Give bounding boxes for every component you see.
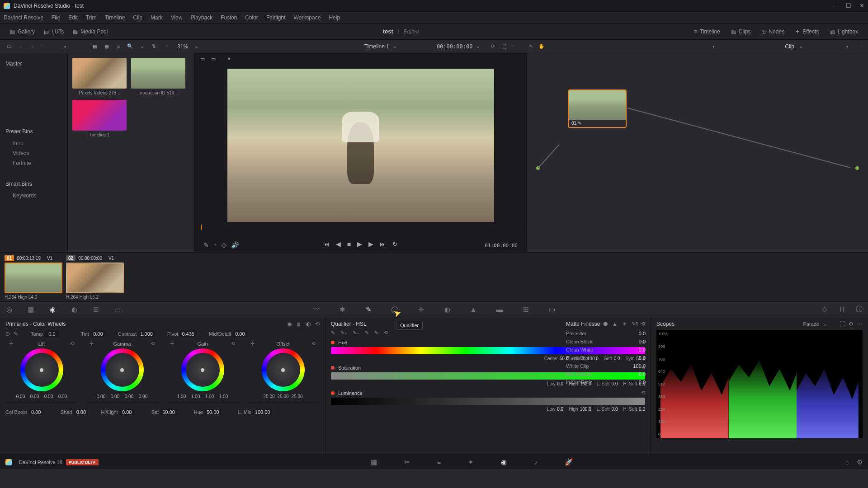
rgb-mixer-icon[interactable]: ⊞ <box>91 305 100 314</box>
node[interactable]: 01 ✎ <box>568 89 627 128</box>
wheel-reset[interactable]: ⟲ <box>151 341 155 347</box>
dot-icon[interactable]: • <box>61 43 69 50</box>
menu-davinci[interactable]: DaVinci Resolve <box>4 14 43 21</box>
lum-toggle[interactable] <box>331 391 335 395</box>
stop-button[interactable]: ■ <box>347 240 351 248</box>
tracker-icon[interactable]: ✛ <box>416 305 425 314</box>
hue-toggle[interactable] <box>331 341 335 344</box>
info-icon[interactable]: ⓘ <box>854 305 863 314</box>
picker-sub-tool[interactable]: ✎₋ <box>353 330 359 336</box>
wheel-master-slider[interactable] <box>5 402 78 404</box>
color-wheel[interactable] <box>181 348 224 391</box>
curves-icon[interactable]: 〰 <box>311 305 321 313</box>
matte-param[interactable]: Clean White0.0 <box>566 347 646 352</box>
expand-icon[interactable]: ⛶ <box>500 43 507 50</box>
shad-value[interactable]: 0.00 <box>74 409 88 415</box>
scopes-toggle-icon[interactable]: ⫼ <box>837 305 846 314</box>
menu-clip[interactable]: Clip <box>133 14 142 21</box>
sizing-icon[interactable]: ⊞ <box>521 305 530 314</box>
wheel-picker-icon[interactable]: ✛ <box>170 341 174 347</box>
viewer-timecode[interactable]: 00:00:00:00 <box>437 43 472 50</box>
param-value[interactable]: 0.0 <box>557 407 563 412</box>
clips-button[interactable]: ▦Clips <box>726 27 755 37</box>
pivot-value[interactable]: 0.435 <box>180 331 196 337</box>
nav-prev-icon[interactable]: ‹ <box>17 43 24 50</box>
menu-mark[interactable]: Mark <box>151 14 163 21</box>
scope-settings-icon[interactable]: ⚙ <box>849 321 854 327</box>
contrast-value[interactable]: 1.000 <box>138 331 155 337</box>
luts-button[interactable]: ▤LUTs <box>39 27 68 37</box>
bars-mode-icon[interactable]: ⫼ <box>296 321 302 327</box>
media-item[interactable]: Pexels Videos 278... <box>72 58 127 95</box>
hilight-value[interactable]: 0.00 <box>120 409 134 415</box>
timeline-button[interactable]: ≡Timeline <box>689 27 725 37</box>
matte-param[interactable]: In/Out Ratio0.0 <box>566 380 646 385</box>
color-wheel[interactable] <box>20 348 63 391</box>
play-button[interactable]: ▶ <box>357 240 362 248</box>
wheel-values[interactable]: 0.000.000.000.00 <box>14 394 69 399</box>
media-item[interactable]: production ID 519... <box>131 58 185 95</box>
clip-label[interactable]: Clip <box>785 43 794 50</box>
menu-color[interactable]: Color <box>245 14 258 21</box>
timeline-name[interactable]: Timeline 1 <box>364 43 389 50</box>
media-item[interactable]: Timeline 1 <box>72 100 127 137</box>
gallery-button[interactable]: ▦Gallery <box>5 27 39 37</box>
wheel-reset[interactable]: ⟲ <box>311 341 316 347</box>
log-mode-icon[interactable]: ◐ <box>306 321 311 327</box>
lum-gradient[interactable] <box>331 398 645 405</box>
deliver-page-icon[interactable]: 🚀 <box>565 458 573 466</box>
nodes-button[interactable]: ⊞Nodes <box>757 27 789 37</box>
qualifier-icon[interactable]: ✎ <box>364 305 373 314</box>
search-icon[interactable]: 🔍 <box>127 43 134 50</box>
keyframe-icon[interactable]: ◇ <box>820 305 829 314</box>
menu-view[interactable]: View <box>171 14 183 21</box>
settings-icon[interactable]: ⚙ <box>857 458 863 466</box>
wheel-picker-icon[interactable]: ✛ <box>9 341 13 347</box>
list-view-icon[interactable]: ≡ <box>115 43 122 50</box>
sidebar-smartbins[interactable]: Smart Bins <box>0 177 67 191</box>
wheel-picker-icon[interactable]: ✛ <box>90 341 94 347</box>
param-value[interactable]: 100.0 <box>580 407 591 412</box>
smartbin-keywords[interactable]: Keywords <box>0 191 67 201</box>
3d-icon[interactable]: ▭ <box>547 305 557 314</box>
lightbox-button[interactable]: ▦Lightbox <box>826 27 863 37</box>
picker-icon[interactable]: ✎ <box>203 241 209 249</box>
last-frame-button[interactable]: ⏭ <box>380 240 386 248</box>
hue-value[interactable]: 50.00 <box>205 409 221 415</box>
magic-mask-icon[interactable]: ◐ <box>443 305 452 314</box>
camera-raw-icon[interactable]: ◎ <box>5 305 14 314</box>
wheel-master-slider[interactable] <box>247 402 319 404</box>
chevron-down-icon[interactable]: ⌄ <box>138 43 146 50</box>
viewer-image[interactable] <box>194 64 527 227</box>
first-frame-button[interactable]: ⏮ <box>323 240 330 248</box>
sat-toggle[interactable] <box>331 366 335 370</box>
edit-page-icon[interactable]: ≡ <box>437 458 441 466</box>
bypass-icon[interactable]: ⟳ <box>489 43 496 50</box>
auto-balance-icon[interactable]: ⊙ <box>5 331 10 337</box>
grid-view-icon[interactable]: ▦ <box>91 43 99 50</box>
lmix-value[interactable]: 100.00 <box>253 409 272 415</box>
clip-thumbnail[interactable]: 02 00:00:00:00 V1 H.264 High L5.2 <box>66 255 124 300</box>
sidebar-master[interactable]: Master <box>0 57 67 70</box>
hand-icon[interactable]: ✋ <box>538 43 545 50</box>
motion-icon[interactable]: ▭ <box>113 305 122 314</box>
mediapool-button[interactable]: ▦Media Pool <box>68 27 112 37</box>
maximize-button[interactable]: ☐ <box>846 2 851 9</box>
wheels-mode-icon[interactable]: ◉ <box>287 321 292 327</box>
node-more-icon[interactable]: ⋯ <box>855 43 863 50</box>
fairlight-page-icon[interactable]: ♪ <box>534 458 538 466</box>
viewer-wand-icon[interactable]: ✦ <box>225 55 232 62</box>
menu-fairlight[interactable]: Fairlight <box>266 14 286 21</box>
zoom-level[interactable]: 31% <box>177 43 188 50</box>
nav-next-icon[interactable]: › <box>29 43 36 50</box>
sidebar-powerbins[interactable]: Power Bins <box>0 125 67 138</box>
matte-param[interactable]: Black Clip0.0 <box>566 355 646 361</box>
matte-param[interactable]: White Clip100.0 <box>566 363 646 369</box>
bin-videos[interactable]: Videos <box>0 148 67 158</box>
primaries-icon[interactable]: ◉ <box>48 305 57 314</box>
viewer-split-icon[interactable]: ▭ <box>210 55 217 62</box>
wheel-values[interactable]: 0.000.000.000.00 <box>95 394 150 399</box>
audio-icon[interactable]: 🔊 <box>231 241 239 249</box>
minimize-button[interactable]: — <box>832 2 838 9</box>
effects-button[interactable]: ✦Effects <box>791 27 823 37</box>
